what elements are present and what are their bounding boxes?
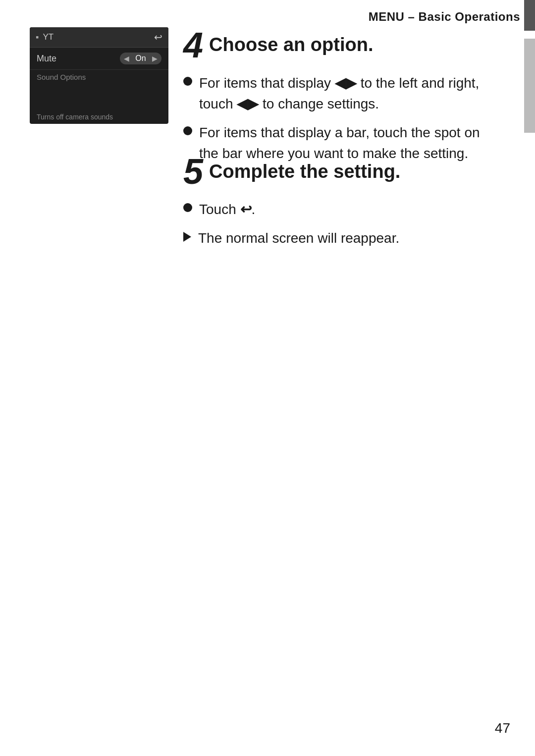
cam-caption: Turns off camera sounds [30, 110, 168, 124]
step5-bullet-1-text: Touch ↩. [199, 199, 255, 220]
cam-menu-control: ◀ On ▶ [120, 53, 161, 64]
side-accent-top [524, 0, 535, 31]
bullet-dot-icon [183, 77, 192, 86]
step5-bullet-1: Touch ↩. [183, 199, 490, 220]
step5-number: 5 [183, 154, 203, 189]
page-header: MENU – Basic Operations [369, 10, 520, 24]
step4-bullet-1: For items that display ◀▶ to the left an… [183, 73, 490, 114]
step4-number: 4 [183, 27, 203, 63]
step4-bullets: For items that display ◀▶ to the left an… [183, 73, 490, 164]
arrows-icon-1: ◀▶ [335, 75, 357, 91]
cam-ctrl-value: On [133, 54, 148, 63]
cam-ctrl-right: ▶ [152, 54, 158, 62]
side-accent-mid [524, 39, 535, 133]
cam-settings-icon: YT [43, 32, 54, 42]
cam-menu-mute-label: Mute [37, 54, 120, 64]
step4-bullet-1-text: For items that display ◀▶ to the left an… [199, 73, 490, 114]
camera-screen-illustration: ▪ YT ↩ Mute ◀ On ▶ Sound Options Turns o… [30, 27, 168, 124]
arrows-icon-2: ◀▶ [237, 96, 259, 111]
step5-section: 5 Complete the setting. Touch ↩. The nor… [183, 154, 490, 257]
header-title: MENU – Basic Operations [369, 10, 520, 23]
cam-ctrl-left: ◀ [124, 54, 129, 62]
step5-bullets: Touch ↩. The normal screen will reappear… [183, 199, 490, 249]
bullet-arrow-icon [183, 232, 191, 242]
back-icon: ↩ [240, 202, 252, 217]
step5-bullet-2-text: The normal screen will reappear. [198, 228, 399, 249]
page-number: 47 [495, 720, 510, 736]
bullet-dot-icon-2 [183, 126, 192, 135]
cam-menu-mute-row: Mute ◀ On ▶ [30, 48, 168, 70]
step5-bullet-2: The normal screen will reappear. [183, 228, 490, 249]
cam-back-icon: ↩ [154, 31, 162, 43]
step4-title: Choose an option. [209, 34, 373, 55]
step4-section: 4 Choose an option. For items that displ… [183, 27, 490, 172]
bullet-dot-icon-3 [183, 203, 192, 212]
cam-sub-item: Sound Options [30, 70, 168, 84]
step5-title-row: 5 Complete the setting. [183, 154, 490, 189]
step5-title: Complete the setting. [209, 161, 400, 182]
cam-camera-icon: ▪ [36, 32, 39, 43]
